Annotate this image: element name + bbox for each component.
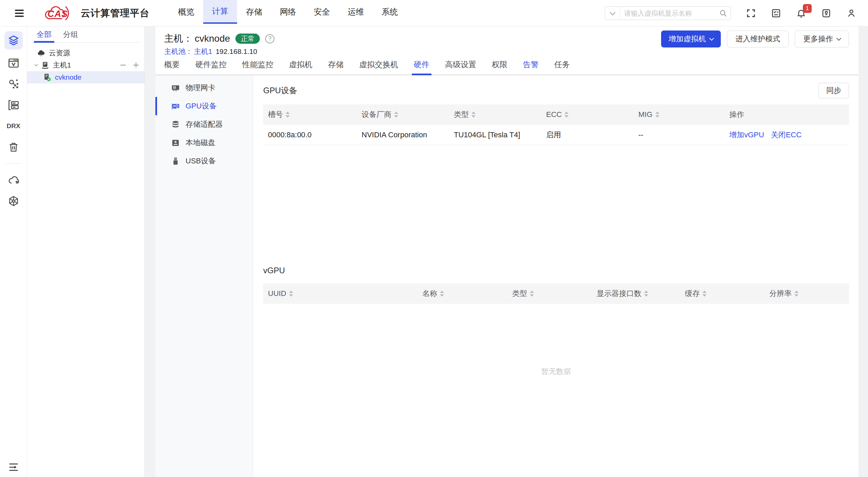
sort-icon [530,291,534,297]
add-vm-button[interactable]: 增加虚拟机 [661,31,721,47]
host-detail-panel: 主机： cvknode 正常 ? 主机池： 主机1 192.168.1.10 增… [155,26,859,477]
tree-host-controls [119,59,140,71]
column-label: 显示器接口数 [597,289,641,299]
tab-storage[interactable]: 存储 [328,59,344,75]
user-message-icon[interactable] [821,8,831,18]
tree-item-cloud-resources[interactable]: 云资源 [27,47,144,59]
column-header-ecc[interactable]: ECC [541,110,634,119]
tab-hardware-monitor[interactable]: 硬件监控 [195,59,227,75]
sort-icon [564,112,568,118]
column-header-mig[interactable]: MIG [634,110,725,119]
column-header-slot[interactable]: 槽号 [263,110,357,120]
sort-icon [655,112,659,118]
help-icon[interactable]: ? [265,34,274,43]
brand[interactable]: CAS 云计算管理平台 [43,3,150,23]
disable-ecc-link[interactable]: 关闭ECC [771,130,802,140]
hardware-submenu: 物理网卡 GPU设备 存储适配器 本地磁盘 [155,75,253,477]
tab-summary[interactable]: 概要 [164,59,180,75]
rail-item-cloud-import[interactable] [6,173,21,187]
column-header-uuid[interactable]: UUID [263,289,418,298]
column-label: 类型 [454,110,469,120]
tree-item-label: 主机1 [53,60,71,70]
tab-virtual-machines[interactable]: 虚拟机 [289,59,312,75]
nav-item-overview[interactable]: 概览 [169,0,203,24]
column-header-type[interactable]: 类型 [449,110,541,120]
tab-alarms[interactable]: 告警 [523,59,539,75]
rail-divider [6,163,21,164]
collapse-sidebar-icon[interactable] [0,463,27,472]
column-header-name[interactable]: 名称 [418,289,507,299]
search-input[interactable] [620,9,719,17]
chevron-down-icon[interactable] [34,63,39,67]
cell-mig: -- [634,131,725,139]
host-pool-label: 主机池： [164,47,193,56]
submenu-item-storage-adapter[interactable]: 存储适配器 [155,115,253,134]
tab-permissions[interactable]: 权限 [492,59,507,75]
tab-virtual-switch[interactable]: 虚拟交换机 [359,59,398,75]
submenu-label: 本地磁盘 [186,138,215,148]
sort-icon [794,291,798,297]
rail-item-resources[interactable] [4,31,23,49]
user-profile-icon[interactable] [846,8,856,18]
tab-tasks[interactable]: 任务 [554,59,570,75]
fullscreen-icon[interactable] [746,8,756,18]
nav-item-security[interactable]: 安全 [305,0,339,24]
task-list-icon[interactable] [771,8,781,18]
search-icon[interactable] [719,9,727,17]
submenu-item-usb-devices[interactable]: USB设备 [155,152,253,170]
tree-tab-groups[interactable]: 分组 [63,26,78,42]
nav-item-compute[interactable]: 计算 [203,0,237,24]
column-header-resolution[interactable]: 分辨率 [765,289,849,299]
rail-item-drx[interactable]: DRX [6,119,21,134]
hardware-body: 物理网卡 GPU设备 存储适配器 本地磁盘 [155,75,859,477]
sort-icon [440,291,444,297]
search-scope-dropdown[interactable] [605,7,620,20]
column-header-type[interactable]: 类型 [507,289,592,299]
more-actions-button[interactable]: 更多操作 [795,31,849,47]
tree-tab-all[interactable]: 全部 [37,26,52,42]
column-header-cache[interactable]: 缓存 [680,289,765,299]
header-actions: 增加虚拟机 进入维护模式 更多操作 [661,31,849,47]
status-badge: 正常 [235,34,260,44]
notification-bell-icon[interactable]: 1 [796,8,806,18]
nav-item-network[interactable]: 网络 [271,0,305,24]
add-vgpu-link[interactable]: 增加vGPU [729,130,764,140]
tab-hardware[interactable]: 硬件 [414,59,429,75]
nav-item-storage[interactable]: 存储 [237,0,271,24]
column-label: UUID [268,289,286,298]
cloud-arrow-icon [7,174,20,186]
nav-item-system[interactable]: 系统 [373,0,407,24]
nav-item-operations[interactable]: 运维 [339,0,373,24]
tab-performance-monitor[interactable]: 性能监控 [242,59,273,75]
host-node-running-icon [43,73,52,82]
cell-ecc: 启用 [541,130,634,140]
column-header-vendor[interactable]: 设备厂商 [357,110,449,120]
collapse-minus-icon[interactable] [119,61,127,69]
rail-item-vm[interactable] [6,56,21,71]
maintenance-mode-button[interactable]: 进入维护模式 [727,31,789,47]
tree-item-cvknode[interactable]: cvknode [27,71,144,83]
gpu-card-icon [171,102,180,111]
submenu-item-physical-nic[interactable]: 物理网卡 [155,79,253,97]
tab-advanced-settings[interactable]: 高级设置 [445,59,476,75]
tree-item-host-group[interactable]: 主机1 [27,59,144,71]
hamburger-menu-icon[interactable] [14,8,25,18]
submenu-item-gpu-devices[interactable]: GPU设备 [155,97,253,115]
vgpu-section-title: vGPU [263,266,285,275]
rail-item-topology[interactable] [6,77,21,92]
chevron-down-icon [709,36,714,41]
rail-item-host-pool[interactable] [6,98,21,113]
rail-item-recycle-bin[interactable] [6,140,21,155]
host-pool-link[interactable]: 主机1 [194,47,212,56]
trash-icon [8,141,19,153]
submenu-item-local-disk[interactable]: 本地磁盘 [155,134,253,152]
vertical-scrollbar[interactable] [859,26,868,477]
sort-icon [644,291,648,297]
column-header-display-ports[interactable]: 显示器接口数 [592,289,680,299]
sync-button[interactable]: 同步 [818,83,849,98]
nav-left: CAS 云计算管理平台 [0,0,150,26]
column-label: MIG [638,110,653,119]
expand-plus-icon[interactable] [132,61,140,69]
column-header-actions: 操作 [725,110,849,120]
rail-item-cluster[interactable] [6,194,21,208]
